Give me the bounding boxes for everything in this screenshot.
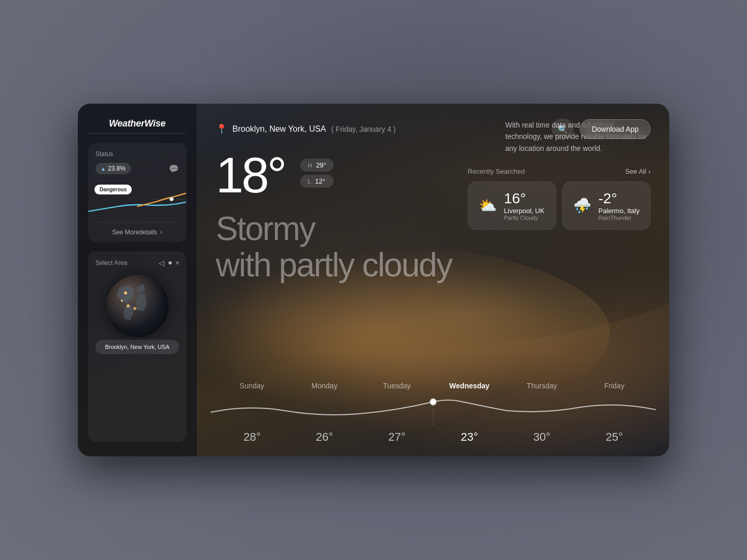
- high-value: 29°: [316, 161, 326, 169]
- logo: WeatherWise: [88, 118, 186, 134]
- recently-title: Recently Searched: [468, 167, 525, 175]
- left-weather: 18° H 29° L 12° Stormy: [216, 150, 458, 371]
- svg-point-3: [127, 304, 130, 307]
- day-sunday: Sunday: [216, 382, 288, 390]
- weekly-days: Sunday Monday Tuesday Wednesday Thursday…: [216, 382, 651, 390]
- navigation-icon[interactable]: ◁: [159, 259, 164, 267]
- status-percent: ▲ 23.8%: [95, 163, 131, 174]
- logo-text: WeatherWise: [109, 118, 165, 129]
- card-info-liverpool: 16° Liverpool, UK Partly Cloudy: [504, 190, 545, 221]
- status-card: Status ▲ 23.8% 💬 Dangerous: [88, 143, 186, 242]
- high-label: H: [308, 162, 312, 169]
- globe-map: [106, 275, 169, 337]
- temp-monday: 26°: [288, 430, 361, 444]
- dot-active-icon: [169, 261, 172, 264]
- download-app-button[interactable]: Download App: [580, 119, 651, 139]
- main-content-area: 18° H 29° L 12° Stormy: [216, 150, 651, 371]
- sidebar: WeatherWise Status ▲ 23.8% 💬 Dangerous: [78, 104, 197, 456]
- rain-thunder-icon: ⛈️: [573, 197, 591, 214]
- day-monday: Monday: [288, 382, 361, 390]
- svg-point-2: [124, 291, 127, 295]
- dangerous-label: Dangerous: [94, 185, 132, 194]
- arrow-up-icon: ▲: [101, 166, 106, 172]
- globe-container: [95, 272, 179, 340]
- day-thursday: Thursday: [506, 382, 578, 390]
- topbar: 📍 Brooklyn, New York, USA ( Friday, Janu…: [216, 118, 651, 140]
- temp-high-badge: H 29°: [300, 159, 334, 172]
- temp-sunday: 28°: [216, 430, 288, 444]
- area-icons: ◁: [159, 259, 179, 267]
- status-chart: Dangerous: [88, 178, 186, 220]
- palermo-city: Palermo, Italy: [599, 207, 640, 215]
- location-card-palermo[interactable]: ⛈️ -2° Palermo, Italy RainThunder: [562, 181, 651, 230]
- temp-tuesday: 27°: [361, 430, 433, 444]
- low-label: L: [308, 178, 311, 185]
- location-name: Brooklyn, New York, USA: [232, 124, 326, 134]
- palermo-temp: -2°: [599, 190, 640, 207]
- temp-low-badge: L 12°: [300, 175, 334, 188]
- day-tuesday: Tuesday: [361, 382, 433, 390]
- select-area-card: Select Area ◁: [88, 251, 186, 442]
- right-panel: With real time data and advanced technol…: [468, 150, 651, 371]
- recently-searched-section: Recently Searched See All › ⛅ 16° Liverp…: [468, 167, 651, 230]
- liverpool-temp: 16°: [504, 190, 545, 207]
- day-friday: Friday: [578, 382, 651, 390]
- svg-point-5: [121, 300, 123, 302]
- globe: [106, 275, 169, 337]
- weather-description: Stormy with partly cloudy: [216, 211, 458, 284]
- app-container: WeatherWise Status ▲ 23.8% 💬 Dangerous: [78, 104, 669, 456]
- location-info: 📍 Brooklyn, New York, USA ( Friday, Janu…: [216, 123, 396, 135]
- temp-friday: 25°: [578, 430, 651, 444]
- svg-point-4: [133, 307, 136, 310]
- partly-cloudy-icon: ⛅: [479, 197, 497, 214]
- palermo-condition: RainThunder: [599, 215, 640, 221]
- dot-inactive-icon: [176, 261, 179, 264]
- chevron-right-icon: ›: [160, 229, 162, 236]
- see-more-button[interactable]: See Moredetails ›: [95, 222, 179, 242]
- liverpool-city: Liverpool, UK: [504, 207, 545, 215]
- recently-header: Recently Searched See All ›: [468, 167, 651, 175]
- weekly-temps: 28° 26° 27° 23° 30° 25°: [216, 430, 651, 444]
- percent-value: 23.8%: [108, 165, 126, 172]
- temp-thursday: 30°: [506, 430, 578, 444]
- condition-line2: with partly cloudy: [216, 247, 458, 283]
- weekly-forecast: Sunday Monday Tuesday Wednesday Thursday…: [216, 371, 651, 444]
- select-area-label: Select Area: [95, 259, 127, 267]
- status-top: ▲ 23.8% 💬: [95, 163, 179, 174]
- location-pill[interactable]: Brooklyn, New York, USA: [95, 340, 179, 354]
- select-area-top: Select Area ◁: [95, 259, 179, 267]
- condition-line1: Stormy: [216, 211, 458, 247]
- current-temperature: 18°: [216, 150, 285, 200]
- card-info-palermo: -2° Palermo, Italy RainThunder: [599, 190, 640, 221]
- chevron-right-icon: ›: [648, 167, 651, 175]
- chat-icon: 💬: [169, 164, 179, 174]
- see-all-link[interactable]: See All ›: [625, 167, 651, 175]
- recently-cards: ⛅ 16° Liverpool, UK Partly Cloudy ⛈️ -2°: [468, 181, 651, 230]
- location-pin-icon: 📍: [216, 123, 227, 135]
- location-card-liverpool[interactable]: ⛅ 16° Liverpool, UK Partly Cloudy: [468, 181, 556, 230]
- low-value: 12°: [315, 177, 325, 185]
- liverpool-condition: Partly Cloudy: [504, 215, 545, 221]
- temp-hl: H 29° L 12°: [300, 159, 334, 188]
- day-wednesday: Wednesday: [433, 382, 506, 390]
- weather-display: 18° H 29° L 12°: [216, 150, 458, 200]
- wave-chart: [211, 394, 656, 425]
- wave-svg: [211, 394, 656, 425]
- main-panel: 📍 Brooklyn, New York, USA ( Friday, Janu…: [197, 104, 669, 456]
- temp-wednesday: 23°: [433, 430, 506, 444]
- location-date: ( Friday, January 4 ): [331, 125, 396, 133]
- status-label: Status: [95, 150, 179, 158]
